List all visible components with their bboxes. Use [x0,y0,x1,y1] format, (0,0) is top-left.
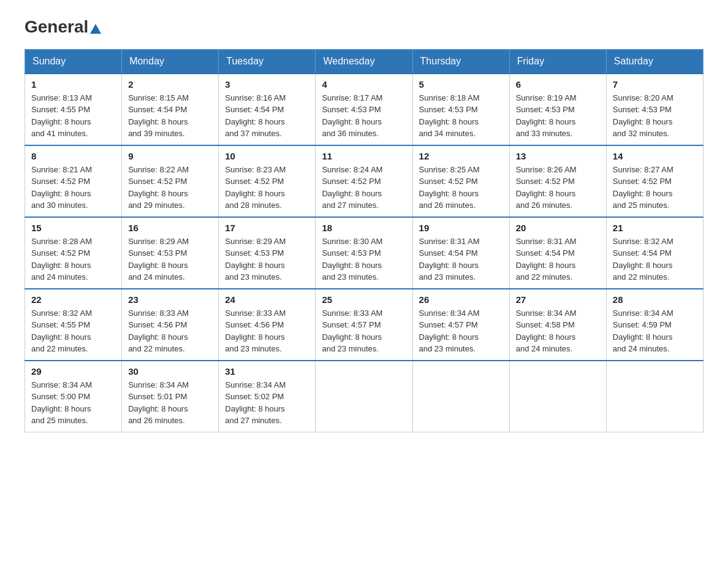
day-info: Sunrise: 8:22 AM Sunset: 4:52 PM Dayligh… [128,164,212,212]
header-friday: Friday [509,49,606,74]
calendar-cell: 22 Sunrise: 8:32 AM Sunset: 4:55 PM Dayl… [25,289,122,361]
day-info: Sunrise: 8:34 AM Sunset: 4:57 PM Dayligh… [419,307,503,355]
calendar-cell: 2 Sunrise: 8:15 AM Sunset: 4:54 PM Dayli… [122,74,219,145]
day-number: 1 [31,79,115,90]
calendar-cell: 14 Sunrise: 8:27 AM Sunset: 4:52 PM Dayl… [606,145,703,217]
calendar-cell [412,361,509,432]
day-number: 4 [322,79,406,90]
header-monday: Monday [122,49,219,74]
header-tuesday: Tuesday [219,49,316,74]
day-info: Sunrise: 8:33 AM Sunset: 4:56 PM Dayligh… [128,307,212,355]
page-header: General [25,18,703,37]
day-info: Sunrise: 8:31 AM Sunset: 4:54 PM Dayligh… [419,236,503,283]
day-info: Sunrise: 8:29 AM Sunset: 4:53 PM Dayligh… [225,236,309,283]
day-number: 9 [128,151,212,161]
day-info: Sunrise: 8:33 AM Sunset: 4:56 PM Dayligh… [225,307,309,355]
day-number: 14 [613,151,697,161]
day-number: 15 [31,223,115,233]
day-number: 10 [225,151,309,161]
calendar-cell: 27 Sunrise: 8:34 AM Sunset: 4:58 PM Dayl… [509,289,606,361]
calendar-cell: 29 Sunrise: 8:34 AM Sunset: 5:00 PM Dayl… [25,361,122,432]
header-sunday: Sunday [25,49,122,74]
day-info: Sunrise: 8:34 AM Sunset: 5:01 PM Dayligh… [128,379,212,427]
day-info: Sunrise: 8:16 AM Sunset: 4:54 PM Dayligh… [225,92,309,140]
calendar-cell: 12 Sunrise: 8:25 AM Sunset: 4:52 PM Dayl… [412,145,509,217]
day-number: 19 [419,223,503,233]
calendar-cell: 30 Sunrise: 8:34 AM Sunset: 5:01 PM Dayl… [122,361,219,432]
calendar-cell: 26 Sunrise: 8:34 AM Sunset: 4:57 PM Dayl… [412,289,509,361]
day-info: Sunrise: 8:34 AM Sunset: 4:59 PM Dayligh… [613,307,697,355]
day-info: Sunrise: 8:24 AM Sunset: 4:52 PM Dayligh… [322,164,406,212]
day-info: Sunrise: 8:28 AM Sunset: 4:52 PM Dayligh… [31,236,115,283]
day-info: Sunrise: 8:34 AM Sunset: 5:02 PM Dayligh… [225,379,309,427]
day-number: 27 [516,294,600,305]
day-info: Sunrise: 8:31 AM Sunset: 4:54 PM Dayligh… [516,236,600,283]
calendar-cell: 1 Sunrise: 8:13 AM Sunset: 4:55 PM Dayli… [25,74,122,145]
calendar-cell: 17 Sunrise: 8:29 AM Sunset: 4:53 PM Dayl… [219,217,316,289]
calendar-cell: 6 Sunrise: 8:19 AM Sunset: 4:53 PM Dayli… [509,74,606,145]
calendar-cell [316,361,412,432]
day-info: Sunrise: 8:27 AM Sunset: 4:52 PM Dayligh… [613,164,697,212]
day-number: 2 [128,79,212,90]
day-info: Sunrise: 8:23 AM Sunset: 4:52 PM Dayligh… [225,164,309,212]
day-number: 28 [613,294,697,305]
calendar-cell: 16 Sunrise: 8:29 AM Sunset: 4:53 PM Dayl… [122,217,219,289]
day-number: 8 [31,151,115,161]
calendar-cell: 18 Sunrise: 8:30 AM Sunset: 4:53 PM Dayl… [316,217,412,289]
day-info: Sunrise: 8:20 AM Sunset: 4:53 PM Dayligh… [613,92,697,140]
calendar-cell: 4 Sunrise: 8:17 AM Sunset: 4:53 PM Dayli… [316,74,412,145]
day-info: Sunrise: 8:26 AM Sunset: 4:52 PM Dayligh… [516,164,600,212]
calendar-cell: 28 Sunrise: 8:34 AM Sunset: 4:59 PM Dayl… [606,289,703,361]
day-number: 30 [128,366,212,377]
day-number: 23 [128,294,212,305]
header-saturday: Saturday [606,49,703,74]
calendar-cell: 9 Sunrise: 8:22 AM Sunset: 4:52 PM Dayli… [122,145,219,217]
day-number: 26 [419,294,503,305]
day-number: 17 [225,223,309,233]
day-info: Sunrise: 8:18 AM Sunset: 4:53 PM Dayligh… [419,92,503,140]
day-info: Sunrise: 8:19 AM Sunset: 4:53 PM Dayligh… [516,92,600,140]
day-number: 20 [516,223,600,233]
calendar-cell: 25 Sunrise: 8:33 AM Sunset: 4:57 PM Dayl… [316,289,412,361]
week-row-3: 15 Sunrise: 8:28 AM Sunset: 4:52 PM Dayl… [25,217,703,289]
calendar-cell: 21 Sunrise: 8:32 AM Sunset: 4:54 PM Dayl… [606,217,703,289]
week-row-1: 1 Sunrise: 8:13 AM Sunset: 4:55 PM Dayli… [25,74,703,145]
day-number: 22 [31,294,115,305]
calendar-cell [509,361,606,432]
calendar-cell: 20 Sunrise: 8:31 AM Sunset: 4:54 PM Dayl… [509,217,606,289]
calendar-cell: 7 Sunrise: 8:20 AM Sunset: 4:53 PM Dayli… [606,74,703,145]
calendar-cell: 31 Sunrise: 8:34 AM Sunset: 5:02 PM Dayl… [219,361,316,432]
day-info: Sunrise: 8:29 AM Sunset: 4:53 PM Dayligh… [128,236,212,283]
day-number: 3 [225,79,309,90]
calendar-cell: 11 Sunrise: 8:24 AM Sunset: 4:52 PM Dayl… [316,145,412,217]
day-number: 25 [322,294,406,305]
day-number: 18 [322,223,406,233]
svg-marker-0 [90,24,101,34]
calendar-cell: 23 Sunrise: 8:33 AM Sunset: 4:56 PM Dayl… [122,289,219,361]
day-info: Sunrise: 8:17 AM Sunset: 4:53 PM Dayligh… [322,92,406,140]
logo: General [25,18,101,37]
day-info: Sunrise: 8:34 AM Sunset: 4:58 PM Dayligh… [516,307,600,355]
calendar-cell: 15 Sunrise: 8:28 AM Sunset: 4:52 PM Dayl… [25,217,122,289]
day-number: 21 [613,223,697,233]
day-number: 13 [516,151,600,161]
day-info: Sunrise: 8:33 AM Sunset: 4:57 PM Dayligh… [322,307,406,355]
day-number: 12 [419,151,503,161]
calendar-cell: 3 Sunrise: 8:16 AM Sunset: 4:54 PM Dayli… [219,74,316,145]
day-info: Sunrise: 8:25 AM Sunset: 4:52 PM Dayligh… [419,164,503,212]
day-info: Sunrise: 8:21 AM Sunset: 4:52 PM Dayligh… [31,164,115,212]
calendar-cell: 24 Sunrise: 8:33 AM Sunset: 4:56 PM Dayl… [219,289,316,361]
calendar-cell: 13 Sunrise: 8:26 AM Sunset: 4:52 PM Dayl… [509,145,606,217]
weekday-header-row: Sunday Monday Tuesday Wednesday Thursday… [25,49,703,74]
day-info: Sunrise: 8:15 AM Sunset: 4:54 PM Dayligh… [128,92,212,140]
week-row-5: 29 Sunrise: 8:34 AM Sunset: 5:00 PM Dayl… [25,361,703,432]
day-number: 7 [613,79,697,90]
header-wednesday: Wednesday [316,49,412,74]
day-info: Sunrise: 8:32 AM Sunset: 4:55 PM Dayligh… [31,307,115,355]
calendar-cell: 10 Sunrise: 8:23 AM Sunset: 4:52 PM Dayl… [219,145,316,217]
day-info: Sunrise: 8:13 AM Sunset: 4:55 PM Dayligh… [31,92,115,140]
day-number: 6 [516,79,600,90]
day-number: 11 [322,151,406,161]
week-row-2: 8 Sunrise: 8:21 AM Sunset: 4:52 PM Dayli… [25,145,703,217]
calendar-cell: 19 Sunrise: 8:31 AM Sunset: 4:54 PM Dayl… [412,217,509,289]
